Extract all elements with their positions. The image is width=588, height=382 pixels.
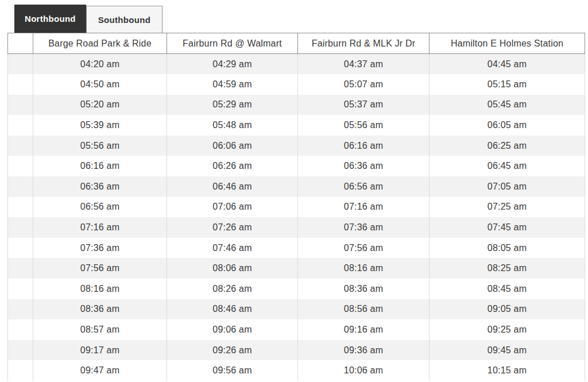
- tab-northbound[interactable]: Northbound: [14, 5, 86, 33]
- time-cell: 04:29 am: [167, 54, 298, 75]
- row-leader-cell: [8, 115, 33, 136]
- time-cell: 06:06 am: [167, 136, 298, 156]
- time-cell: 09:25 am: [430, 319, 585, 340]
- time-cell: 05:39 am: [33, 115, 167, 136]
- column-header-fairburn-rd-mlk-jr-dr: Fairburn Rd & MLK Jr Dr: [298, 33, 430, 54]
- time-cell: 07:26 am: [167, 217, 298, 238]
- time-cell: 04:37 am: [298, 54, 430, 75]
- time-cell: 07:56 am: [298, 238, 430, 258]
- time-cell: 06:45 am: [430, 156, 585, 176]
- column-header-barge-road-park-and-ride: Barge Road Park & Ride: [33, 33, 167, 54]
- column-header-hamilton-e-holmes-station: Hamilton E Holmes Station: [430, 33, 585, 54]
- time-cell: 09:17 am: [33, 340, 167, 361]
- time-cell: 06:26 am: [167, 156, 298, 176]
- time-cell: 04:45 am: [430, 54, 585, 75]
- time-cell: 06:36 am: [33, 176, 167, 197]
- table-row: 05:56 am06:06 am06:16 am06:25 am: [8, 136, 585, 156]
- time-cell: 06:36 am: [298, 156, 430, 176]
- table-row: 04:50 am04:59 am05:07 am05:15 am: [8, 74, 585, 95]
- time-cell: 08:26 am: [167, 279, 298, 299]
- time-cell: 09:56 am: [167, 360, 298, 381]
- row-leader-cell: [8, 197, 33, 218]
- table-row: 08:16 am08:26 am08:36 am08:45 am: [8, 279, 585, 299]
- time-cell: 07:05 am: [430, 176, 585, 197]
- time-cell: 07:36 am: [33, 238, 167, 258]
- time-cell: 05:29 am: [167, 95, 298, 115]
- time-cell: 08:56 am: [298, 299, 430, 320]
- time-cell: 05:56 am: [33, 136, 167, 156]
- row-leader-cell: [8, 258, 33, 279]
- row-leader-cell: [8, 74, 33, 95]
- row-leader-cell: [8, 238, 33, 258]
- table-row: 04:20 am04:29 am04:37 am04:45 am: [8, 54, 585, 75]
- row-leader-cell: [8, 156, 33, 176]
- time-cell: 04:20 am: [33, 54, 167, 75]
- column-header-fairburn-rd-walmart: Fairburn Rd @ Walmart: [167, 33, 298, 54]
- time-cell: 08:05 am: [430, 238, 585, 258]
- time-cell: 06:46 am: [167, 176, 298, 197]
- row-leader-cell: [8, 319, 33, 340]
- table-row: 06:36 am06:46 am06:56 am07:05 am: [8, 176, 585, 197]
- table-row: 09:17 am09:26 am09:36 am09:45 am: [8, 340, 585, 361]
- time-cell: 05:20 am: [33, 95, 167, 115]
- time-cell: 09:47 am: [33, 360, 167, 381]
- row-leader-cell: [8, 95, 33, 115]
- row-leader-cell: [8, 360, 33, 381]
- tab-southbound[interactable]: Southbound: [86, 6, 163, 33]
- table-row: 08:57 am09:06 am09:16 am09:25 am: [8, 319, 585, 340]
- time-cell: 06:56 am: [298, 176, 430, 197]
- time-cell: 07:25 am: [430, 197, 585, 218]
- time-cell: 09:05 am: [430, 299, 585, 320]
- time-cell: 06:16 am: [33, 156, 167, 176]
- time-cell: 05:45 am: [430, 95, 585, 115]
- time-cell: 10:06 am: [298, 360, 430, 381]
- time-cell: 10:15 am: [430, 360, 585, 381]
- time-cell: 08:06 am: [167, 258, 298, 279]
- time-cell: 05:56 am: [298, 115, 430, 136]
- time-cell: 05:15 am: [430, 74, 585, 95]
- corner-cell: [8, 33, 33, 54]
- time-cell: 08:57 am: [33, 319, 167, 340]
- table-row: 07:16 am07:26 am07:36 am07:45 am: [8, 217, 585, 238]
- time-cell: 06:25 am: [430, 136, 585, 156]
- time-cell: 07:16 am: [298, 197, 430, 218]
- time-cell: 09:36 am: [298, 340, 430, 361]
- table-row: 06:56 am07:06 am07:16 am07:25 am: [8, 197, 585, 218]
- row-leader-cell: [8, 217, 33, 238]
- time-cell: 08:45 am: [430, 279, 585, 299]
- row-leader-cell: [8, 176, 33, 197]
- row-leader-cell: [8, 299, 33, 320]
- time-cell: 08:36 am: [33, 299, 167, 320]
- schedule-table: Barge Road Park & Ride Fairburn Rd @ Wal…: [7, 33, 585, 381]
- row-leader-cell: [8, 279, 33, 299]
- time-cell: 06:56 am: [33, 197, 167, 218]
- row-leader-cell: [8, 136, 33, 156]
- time-cell: 07:45 am: [430, 217, 585, 238]
- time-cell: 08:46 am: [167, 299, 298, 320]
- time-cell: 07:06 am: [167, 197, 298, 218]
- time-cell: 06:05 am: [430, 115, 585, 136]
- row-leader-cell: [8, 54, 33, 75]
- table-row: 06:16 am06:26 am06:36 am06:45 am: [8, 156, 585, 176]
- time-cell: 08:16 am: [33, 279, 167, 299]
- time-cell: 09:06 am: [167, 319, 298, 340]
- time-cell: 06:16 am: [298, 136, 430, 156]
- time-cell: 08:36 am: [298, 279, 430, 299]
- table-row: 05:20 am05:29 am05:37 am05:45 am: [8, 95, 585, 115]
- table-row: 05:39 am05:48 am05:56 am06:05 am: [8, 115, 585, 136]
- time-cell: 07:56 am: [33, 258, 167, 279]
- direction-tabs: Northbound Southbound: [0, 0, 588, 33]
- time-cell: 04:50 am: [33, 74, 167, 95]
- time-cell: 09:26 am: [167, 340, 298, 361]
- time-cell: 05:07 am: [298, 74, 430, 95]
- time-cell: 08:16 am: [298, 258, 430, 279]
- table-row: 08:36 am08:46 am08:56 am09:05 am: [8, 299, 585, 320]
- time-cell: 04:59 am: [167, 74, 298, 95]
- time-cell: 08:25 am: [430, 258, 585, 279]
- table-row: 09:47 am09:56 am10:06 am10:15 am: [8, 360, 585, 381]
- time-cell: 07:16 am: [33, 217, 167, 238]
- time-cell: 05:37 am: [298, 95, 430, 115]
- header-row: Barge Road Park & Ride Fairburn Rd @ Wal…: [8, 33, 585, 54]
- time-cell: 09:16 am: [298, 319, 430, 340]
- table-row: 07:56 am08:06 am08:16 am08:25 am: [8, 258, 585, 279]
